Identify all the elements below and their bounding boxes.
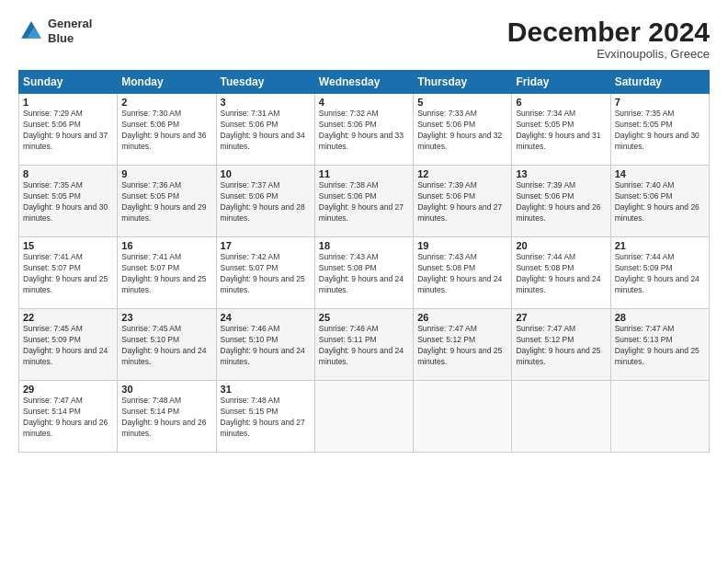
calendar-header-cell: Thursday: [414, 71, 512, 94]
month-title: December 2024: [507, 17, 710, 47]
day-info: Sunrise: 7:44 AMSunset: 5:08 PMDaylight:…: [516, 252, 606, 296]
day-info: Sunrise: 7:35 AMSunset: 5:05 PMDaylight:…: [615, 109, 705, 153]
calendar-cell: 13Sunrise: 7:39 AMSunset: 5:06 PMDayligh…: [512, 166, 610, 237]
calendar-cell: 5Sunrise: 7:33 AMSunset: 5:06 PMDaylight…: [414, 94, 512, 166]
day-info: Sunrise: 7:47 AMSunset: 5:12 PMDaylight:…: [516, 324, 606, 368]
calendar-cell: [414, 381, 512, 453]
calendar-cell: 23Sunrise: 7:45 AMSunset: 5:10 PMDayligh…: [118, 309, 216, 381]
day-info: Sunrise: 7:47 AMSunset: 5:12 PMDaylight:…: [417, 324, 507, 368]
location: Evxinoupolis, Greece: [507, 47, 710, 61]
calendar-cell: [610, 381, 709, 453]
day-number: 28: [615, 312, 705, 323]
day-info: Sunrise: 7:29 AMSunset: 5:06 PMDaylight:…: [23, 109, 113, 153]
day-info: Sunrise: 7:47 AMSunset: 5:14 PMDaylight:…: [23, 396, 113, 440]
day-number: 27: [516, 312, 606, 323]
day-info: Sunrise: 7:48 AMSunset: 5:15 PMDaylight:…: [221, 396, 311, 440]
page: General Blue December 2024 Evxinoupolis,…: [0, 0, 728, 563]
calendar-cell: 8Sunrise: 7:35 AMSunset: 5:05 PMDaylight…: [19, 166, 118, 237]
day-number: 24: [221, 312, 311, 323]
day-number: 16: [121, 240, 211, 251]
day-info: Sunrise: 7:37 AMSunset: 5:06 PMDaylight:…: [221, 180, 311, 224]
calendar-cell: 1Sunrise: 7:29 AMSunset: 5:06 PMDaylight…: [19, 94, 118, 166]
day-info: Sunrise: 7:39 AMSunset: 5:06 PMDaylight:…: [417, 180, 507, 224]
day-number: 7: [615, 97, 705, 108]
calendar-cell: 3Sunrise: 7:31 AMSunset: 5:06 PMDaylight…: [216, 94, 314, 166]
day-number: 30: [121, 384, 211, 395]
day-number: 17: [221, 240, 311, 251]
day-number: 18: [319, 240, 409, 251]
day-number: 1: [23, 97, 113, 108]
calendar-table: SundayMondayTuesdayWednesdayThursdayFrid…: [18, 70, 710, 453]
day-number: 31: [221, 384, 311, 395]
day-number: 5: [417, 97, 507, 108]
day-number: 9: [121, 168, 211, 179]
calendar-cell: 20Sunrise: 7:44 AMSunset: 5:08 PMDayligh…: [512, 237, 610, 309]
title-block: December 2024 Evxinoupolis, Greece: [507, 17, 710, 61]
day-info: Sunrise: 7:46 AMSunset: 5:11 PMDaylight:…: [319, 324, 409, 368]
day-info: Sunrise: 7:40 AMSunset: 5:06 PMDaylight:…: [615, 180, 705, 224]
day-info: Sunrise: 7:43 AMSunset: 5:08 PMDaylight:…: [319, 252, 409, 296]
day-info: Sunrise: 7:44 AMSunset: 5:09 PMDaylight:…: [615, 252, 705, 296]
calendar-cell: 21Sunrise: 7:44 AMSunset: 5:09 PMDayligh…: [610, 237, 709, 309]
calendar-cell: 28Sunrise: 7:47 AMSunset: 5:13 PMDayligh…: [610, 309, 709, 381]
day-number: 25: [319, 312, 409, 323]
day-number: 29: [23, 384, 113, 395]
logo: General Blue: [18, 17, 92, 45]
day-number: 8: [23, 168, 113, 179]
day-info: Sunrise: 7:31 AMSunset: 5:06 PMDaylight:…: [221, 109, 311, 153]
day-number: 19: [417, 240, 507, 251]
calendar-cell: 15Sunrise: 7:41 AMSunset: 5:07 PMDayligh…: [19, 237, 118, 309]
calendar-header-cell: Monday: [118, 71, 216, 94]
calendar-cell: 2Sunrise: 7:30 AMSunset: 5:06 PMDaylight…: [118, 94, 216, 166]
calendar-cell: 17Sunrise: 7:42 AMSunset: 5:07 PMDayligh…: [216, 237, 314, 309]
logo-text: General Blue: [48, 17, 92, 45]
calendar-cell: 16Sunrise: 7:41 AMSunset: 5:07 PMDayligh…: [118, 237, 216, 309]
calendar-cell: 27Sunrise: 7:47 AMSunset: 5:12 PMDayligh…: [512, 309, 610, 381]
calendar-cell: 6Sunrise: 7:34 AMSunset: 5:05 PMDaylight…: [512, 94, 610, 166]
calendar-week-row: 1Sunrise: 7:29 AMSunset: 5:06 PMDaylight…: [19, 94, 710, 166]
calendar-cell: [314, 381, 413, 453]
calendar-week-row: 8Sunrise: 7:35 AMSunset: 5:05 PMDaylight…: [19, 166, 710, 237]
day-info: Sunrise: 7:41 AMSunset: 5:07 PMDaylight:…: [23, 252, 113, 296]
day-info: Sunrise: 7:46 AMSunset: 5:10 PMDaylight:…: [221, 324, 311, 368]
day-number: 10: [221, 168, 311, 179]
day-number: 12: [417, 168, 507, 179]
day-info: Sunrise: 7:30 AMSunset: 5:06 PMDaylight:…: [121, 109, 211, 153]
calendar-cell: 24Sunrise: 7:46 AMSunset: 5:10 PMDayligh…: [216, 309, 314, 381]
day-number: 23: [121, 312, 211, 323]
day-number: 3: [221, 97, 311, 108]
day-number: 2: [121, 97, 211, 108]
calendar-cell: 12Sunrise: 7:39 AMSunset: 5:06 PMDayligh…: [414, 166, 512, 237]
day-info: Sunrise: 7:47 AMSunset: 5:13 PMDaylight:…: [615, 324, 705, 368]
calendar-week-row: 15Sunrise: 7:41 AMSunset: 5:07 PMDayligh…: [19, 237, 710, 309]
day-number: 4: [319, 97, 409, 108]
calendar-cell: 14Sunrise: 7:40 AMSunset: 5:06 PMDayligh…: [610, 166, 709, 237]
day-info: Sunrise: 7:33 AMSunset: 5:06 PMDaylight:…: [417, 109, 507, 153]
day-number: 6: [516, 97, 606, 108]
calendar-body: 1Sunrise: 7:29 AMSunset: 5:06 PMDaylight…: [19, 94, 710, 453]
calendar-cell: 11Sunrise: 7:38 AMSunset: 5:06 PMDayligh…: [314, 166, 413, 237]
calendar-cell: 25Sunrise: 7:46 AMSunset: 5:11 PMDayligh…: [314, 309, 413, 381]
logo-icon: [18, 18, 44, 44]
day-info: Sunrise: 7:32 AMSunset: 5:06 PMDaylight:…: [319, 109, 409, 153]
calendar-header-cell: Tuesday: [216, 71, 314, 94]
day-number: 15: [23, 240, 113, 251]
day-info: Sunrise: 7:35 AMSunset: 5:05 PMDaylight:…: [23, 180, 113, 224]
calendar-cell: 30Sunrise: 7:48 AMSunset: 5:14 PMDayligh…: [118, 381, 216, 453]
day-number: 13: [516, 168, 606, 179]
calendar-header-cell: Wednesday: [314, 71, 413, 94]
calendar-week-row: 29Sunrise: 7:47 AMSunset: 5:14 PMDayligh…: [19, 381, 710, 453]
calendar-cell: 19Sunrise: 7:43 AMSunset: 5:08 PMDayligh…: [414, 237, 512, 309]
day-number: 14: [615, 168, 705, 179]
day-info: Sunrise: 7:45 AMSunset: 5:09 PMDaylight:…: [23, 324, 113, 368]
day-number: 26: [417, 312, 507, 323]
calendar-cell: 4Sunrise: 7:32 AMSunset: 5:06 PMDaylight…: [314, 94, 413, 166]
day-number: 21: [615, 240, 705, 251]
day-info: Sunrise: 7:36 AMSunset: 5:05 PMDaylight:…: [121, 180, 211, 224]
calendar-cell: 22Sunrise: 7:45 AMSunset: 5:09 PMDayligh…: [19, 309, 118, 381]
calendar-cell: 26Sunrise: 7:47 AMSunset: 5:12 PMDayligh…: [414, 309, 512, 381]
day-info: Sunrise: 7:48 AMSunset: 5:14 PMDaylight:…: [121, 396, 211, 440]
calendar-header-row: SundayMondayTuesdayWednesdayThursdayFrid…: [19, 71, 710, 94]
day-number: 11: [319, 168, 409, 179]
calendar-cell: 9Sunrise: 7:36 AMSunset: 5:05 PMDaylight…: [118, 166, 216, 237]
